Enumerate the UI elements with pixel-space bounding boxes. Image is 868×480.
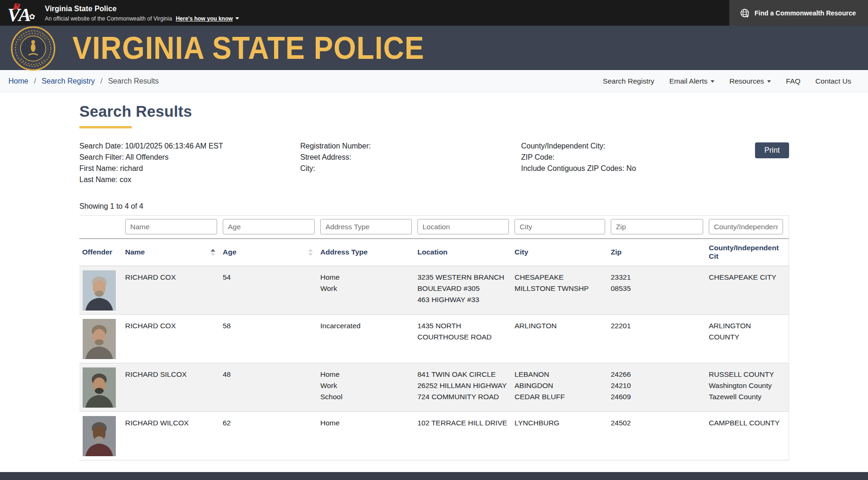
header-city-label: City (515, 248, 528, 256)
breadcrumb-separator: / (34, 77, 36, 85)
cell-line: CHESAPEAKE CITY (709, 272, 782, 283)
secondary-navbar: Home / Search Registry / Search Results … (0, 70, 868, 92)
contiguous-zip-codes: Include Contiguous ZIP Codes: No (521, 163, 789, 174)
cell-line: 24266 (611, 369, 702, 380)
nav-contact-us[interactable]: Contact Us (815, 77, 851, 85)
nav-resources[interactable]: Resources (729, 77, 771, 85)
column-header-age[interactable]: Age (223, 244, 320, 261)
cell-line: 841 TWIN OAK CIRCLE (417, 369, 508, 380)
cell-address-type: HomeWork (320, 270, 417, 311)
cell-address-type: Incarcerated (320, 319, 417, 359)
cell-line: Work (320, 283, 411, 294)
filter-city-input[interactable] (515, 219, 605, 234)
offender-row[interactable]: RICHARD WILCOX 62 Home 102 TERRACE HILL … (79, 412, 789, 460)
offender-name: RICHARD COX (125, 322, 176, 330)
offender-photo[interactable] (83, 319, 116, 359)
cell-city: ARLINGTON (515, 319, 611, 359)
offender-photo-cell (79, 367, 125, 408)
sort-neutral-icon (308, 249, 313, 256)
breadcrumb-search-registry-link[interactable]: Search Registry (42, 77, 95, 85)
cell-age: 54 (223, 270, 320, 311)
nav-faq-label: FAQ (786, 77, 800, 85)
cell-age: 62 (223, 416, 320, 456)
street-address: Street Address: (300, 152, 521, 163)
county-independent-city: County/Independent City: (521, 141, 789, 152)
cell-line: CHESAPEAKE (515, 272, 604, 283)
cell-location: 102 TERRACE HILL DRIVE (417, 416, 515, 456)
filter-zip-input[interactable] (611, 219, 703, 234)
topbar-titles: Virginia State Police An official websit… (45, 4, 239, 22)
cell-line: 26252 HILLMAN HIGHWAY (417, 380, 508, 391)
cell-line: RUSSELL COUNTY (709, 369, 782, 380)
cell-line: 24502 (611, 417, 702, 429)
search-criteria-summary: Search Date: 10/01/2025 06:13:46 AM EST … (79, 141, 789, 185)
cell-line: 1435 NORTH COURTHOUSE ROAD (417, 320, 508, 343)
header-address-type-label: Address Type (320, 248, 367, 256)
filter-location-input[interactable] (417, 219, 509, 234)
virginia-cardinal-logo: VA ✿ (7, 2, 37, 24)
city-criteria: City: (300, 163, 521, 174)
cell-line: Home (320, 369, 411, 380)
sort-ascending-icon (211, 249, 215, 256)
nav-search-registry-label: Search Registry (603, 77, 654, 85)
zip-code: ZIP Code: (521, 152, 789, 163)
footer-bar (0, 472, 868, 480)
globe-icon (740, 8, 750, 18)
cell-line: Home (320, 272, 411, 283)
column-header-zip[interactable]: Zip (611, 244, 709, 261)
breadcrumb-separator: / (100, 77, 102, 85)
cell-location: 3235 WESTERN BRANCH BOULEVARD #305463 HI… (417, 270, 515, 311)
find-commonwealth-resource-button[interactable]: Find a Commonwealth Resource (729, 0, 868, 26)
cell-county: RUSSELL COUNTYWashington CountyTazewell … (709, 367, 789, 408)
column-header-location[interactable]: Location (417, 244, 515, 261)
nav-search-registry[interactable]: Search Registry (603, 77, 654, 85)
column-header-name[interactable]: Name (125, 244, 223, 261)
nav-resources-label: Resources (729, 77, 764, 85)
offender-row[interactable]: RICHARD SILCOX 48 HomeWorkSchool 841 TWI… (79, 363, 789, 412)
cell-zip: 22201 (611, 319, 709, 359)
cell-line: CAMPBELL COUNTY (709, 417, 782, 429)
breadcrumb-home-link[interactable]: Home (8, 77, 28, 85)
criteria-column-2: Registration Number: Street Address: Cit… (300, 141, 521, 185)
offender-photo-cell (79, 270, 125, 311)
print-button[interactable]: Print (755, 142, 789, 158)
filter-name-input[interactable] (125, 219, 217, 234)
heres-how-you-know-link[interactable]: Here's how you know (176, 15, 239, 22)
chevron-down-icon (711, 80, 714, 83)
chevron-down-icon (235, 17, 239, 20)
nav-faq[interactable]: FAQ (786, 77, 800, 85)
nav-email-alerts-label: Email Alerts (669, 77, 707, 85)
cell-line: Work (320, 380, 411, 391)
offender-photo[interactable] (83, 270, 116, 311)
column-header-county[interactable]: County/Independent Cit (709, 244, 789, 261)
vsp-seal (11, 26, 56, 71)
cell-line: Incarcerated (320, 320, 411, 332)
cell-line: Tazewell County (709, 391, 782, 402)
cell-zip: 2332108535 (611, 270, 709, 311)
nav-email-alerts[interactable]: Email Alerts (669, 77, 714, 85)
cell-zip: 242662421024609 (611, 367, 709, 408)
cell-age: 58 (223, 319, 320, 359)
offender-photo[interactable] (83, 416, 116, 456)
column-header-address-type[interactable]: Address Type (320, 244, 417, 261)
offender-row[interactable]: RICHARD COX 54 HomeWork 3235 WESTERN BRA… (79, 266, 789, 315)
cell-county: ARLINGTON COUNTY (709, 319, 789, 359)
svg-text:VA: VA (7, 4, 31, 24)
header-zip-label: Zip (611, 248, 621, 256)
cell-line: 08535 (611, 283, 702, 294)
cell-line: ARLINGTON COUNTY (709, 320, 782, 343)
column-header-city[interactable]: City (515, 244, 611, 261)
column-header-offender[interactable]: Offender (79, 244, 125, 261)
main-nav: Search Registry Email Alerts Resources F… (603, 77, 851, 85)
registration-number: Registration Number: (300, 141, 521, 152)
nav-contact-us-label: Contact Us (815, 77, 851, 85)
filter-address-type-input[interactable] (320, 219, 412, 234)
offender-row[interactable]: RICHARD COX 58 Incarcerated 1435 NORTH C… (79, 315, 789, 363)
offender-photo-cell (79, 319, 125, 359)
filter-age-input[interactable] (223, 219, 315, 234)
header-age-label: Age (223, 248, 236, 256)
filter-county-input[interactable] (709, 219, 783, 234)
offender-photo[interactable] (83, 367, 116, 408)
cell-name: RICHARD WILCOX (125, 416, 223, 456)
header-location-label: Location (417, 248, 448, 256)
